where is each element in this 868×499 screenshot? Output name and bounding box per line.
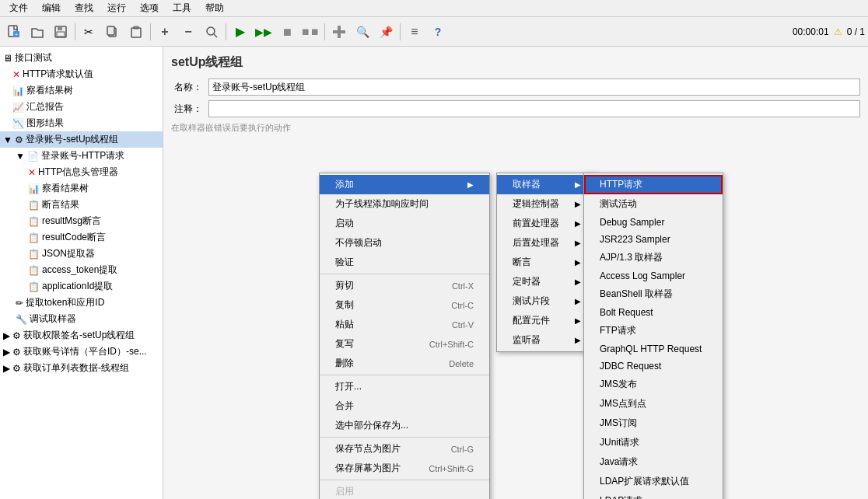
submenu-assert-item[interactable]: 断言 ▶ — [497, 253, 597, 272]
tree-item-json-extractor[interactable]: 📋 JSON提取器 — [0, 246, 163, 262]
menu-run[interactable]: 运行 — [101, 0, 132, 16]
tree-item-debug-sampler[interactable]: 🔧 调试取样器 — [0, 311, 163, 327]
label: LDAP请求 — [600, 494, 642, 499]
sampler-ajp[interactable]: AJP/1.3 取样器 — [584, 248, 723, 267]
submenu-config-item[interactable]: 配置元件 ▶ — [497, 311, 597, 330]
sampler-junit[interactable]: JUnit请求 — [584, 433, 723, 452]
tree-item-http-header[interactable]: ✕ HTTP信息头管理器 — [0, 164, 163, 180]
context-menu-duplicate[interactable]: 复写 Ctrl+Shift-C — [320, 334, 489, 354]
submenu-timer-item[interactable]: 定时器 ▶ — [497, 272, 597, 291]
new-button[interactable]: + — [3, 21, 25, 43]
menu-tools[interactable]: 工具 — [166, 0, 198, 16]
sampler-ftp[interactable]: FTP请求 — [584, 321, 723, 340]
tree-label: 获取账号详情（平台ID）-se... — [23, 345, 147, 358]
submenu-logic-item[interactable]: 逻辑控制器 ▶ — [497, 194, 597, 214]
name-input[interactable] — [208, 79, 860, 96]
tree-item-graph[interactable]: 📉 图形结果 — [0, 115, 163, 131]
tree-item-resultcode[interactable]: 📋 resultCode断言 — [0, 229, 163, 246]
tree-item-summary[interactable]: 📈 汇总报告 — [0, 99, 163, 115]
sampler-bolt[interactable]: Bolt Request — [584, 304, 723, 321]
sampler-access-log[interactable]: Access Log Sampler — [584, 267, 723, 284]
tree-item-view-tree1[interactable]: 📊 察看结果树 — [0, 82, 163, 99]
sampler-test-action[interactable]: 测试活动 — [584, 194, 723, 214]
sampler-jms-sub[interactable]: JMS订阅 — [584, 414, 723, 433]
context-menu-cut[interactable]: 剪切 Ctrl-X — [320, 276, 489, 295]
sampler-debug[interactable]: Debug Sampler — [584, 214, 723, 231]
submenu-fragment-item[interactable]: 测试片段 ▶ — [497, 291, 597, 311]
sampler-jdbc[interactable]: JDBC Request — [584, 358, 723, 375]
tree-item-login-http[interactable]: ▼ 📄 登录账号-HTTP请求 — [0, 148, 163, 164]
context-menu-delete[interactable]: 删除 Delete — [320, 354, 489, 373]
tree-item-perms-setup[interactable]: ▶ ⚙ 获取权限签名-setUp线程组 — [0, 327, 163, 344]
tree-item-appid[interactable]: 📋 applicationId提取 — [0, 278, 163, 295]
open-button[interactable] — [26, 21, 48, 43]
search-node-button[interactable] — [201, 21, 222, 43]
tree-item-access-token[interactable]: 📋 access_token提取 — [0, 262, 163, 278]
chart-icon: 📊 — [12, 85, 24, 96]
sampler-ldap-extended[interactable]: LDAP扩展请求默认值 — [584, 472, 723, 491]
tree-item-resultmsg[interactable]: 📋 resultMsg断言 — [0, 213, 163, 229]
context-menu-copy[interactable]: 复制 Ctrl-C — [320, 295, 489, 315]
menu-help[interactable]: 帮助 — [199, 0, 230, 16]
tree-item-http-default[interactable]: ✕ HTTP请求默认值 — [0, 66, 163, 82]
copy-button[interactable] — [102, 21, 124, 43]
sampler-jsr223[interactable]: JSR223 Sampler — [584, 231, 723, 248]
tree-item-account-detail[interactable]: ▶ ⚙ 获取账号详情（平台ID）-se... — [0, 344, 163, 360]
menu-edit[interactable]: 编辑 — [36, 0, 67, 16]
tree-item-login-setup[interactable]: ▼ ⚙ 登录账号-setUp线程组 — [0, 131, 163, 148]
submenu-listener-item[interactable]: 监听器 ▶ — [497, 330, 597, 350]
context-menu-save-node-img[interactable]: 保存节点为图片 Ctrl-G — [320, 439, 489, 459]
sampler-jms-p2p[interactable]: JMS点到点 — [584, 394, 723, 414]
list-button[interactable]: ≡ — [404, 21, 425, 43]
menu-options[interactable]: 选项 — [134, 0, 165, 16]
context-menu-start[interactable]: 启动 — [320, 214, 489, 233]
label: JSR223 Sampler — [600, 234, 670, 245]
submenu-post-item[interactable]: 后置处理器 ▶ — [497, 233, 597, 253]
sampler-graphql[interactable]: GraphQL HTTP Request — [584, 340, 723, 358]
save-button[interactable] — [50, 21, 72, 43]
help-btn[interactable]: ? — [427, 21, 449, 43]
paste-button[interactable] — [125, 21, 147, 43]
note-input[interactable] — [208, 100, 860, 117]
context-menu-save-screen-img[interactable]: 保存屏幕为图片 Ctrl+Shift-G — [320, 459, 489, 478]
tree-item-view-tree2[interactable]: 📊 察看结果树 — [0, 180, 163, 197]
menu-find[interactable]: 查找 — [68, 0, 100, 16]
tree-item-assert-result[interactable]: 📋 断言结果 — [0, 197, 163, 213]
stop-button[interactable]: ⏹ — [276, 21, 298, 43]
tree-item-extract-token[interactable]: ✏ 提取token和应用ID — [0, 295, 163, 311]
submenu-pre-item[interactable]: 前置处理器 ▶ — [497, 214, 597, 233]
arrow: ▶ — [575, 200, 581, 208]
sampler-jms-pub[interactable]: JMS发布 — [584, 375, 723, 394]
context-menu-add-response-time[interactable]: 为子线程添加响应时间 — [320, 194, 489, 214]
add-node-button[interactable]: + — [154, 21, 176, 43]
svg-rect-9 — [131, 28, 141, 37]
svg-text:📌: 📌 — [380, 26, 393, 39]
stop-all-button[interactable]: ⏹⏹ — [299, 21, 321, 43]
menu-file[interactable]: 文件 — [3, 0, 34, 16]
sampler-ldap[interactable]: LDAP请求 — [584, 491, 723, 499]
label: BeanShell 取样器 — [600, 288, 673, 301]
sampler-beanshell[interactable]: BeanShell 取样器 — [584, 284, 723, 304]
tool3-button[interactable]: 📌 — [375, 21, 397, 43]
sampler-http[interactable]: HTTP请求 — [584, 175, 723, 194]
context-menu-paste[interactable]: 粘贴 Ctrl-V — [320, 315, 489, 334]
cut-button[interactable]: ✂ — [79, 21, 100, 43]
context-menu-open[interactable]: 打开... — [320, 377, 489, 396]
context-menu-save-partial[interactable]: 选中部分保存为... — [320, 416, 489, 435]
context-menu-validate[interactable]: 验证 — [320, 253, 489, 272]
run-all-button[interactable]: ▶▶ — [253, 21, 275, 43]
label: 验证 — [335, 256, 354, 269]
run-button[interactable]: ▶ — [229, 21, 251, 43]
tree-item-order-list[interactable]: ▶ ⚙ 获取订单列表数据-线程组 — [0, 360, 163, 376]
submenu-sampler-item[interactable]: 取样器 ▶ — [497, 175, 597, 194]
svg-rect-4 — [58, 26, 62, 30]
arrow: ▶ — [575, 277, 581, 286]
tool2-button[interactable]: 🔍 — [352, 21, 373, 43]
sampler-java[interactable]: Java请求 — [584, 452, 723, 472]
tool1-button[interactable] — [328, 21, 350, 43]
context-menu-merge[interactable]: 合并 — [320, 396, 489, 416]
remove-node-button[interactable]: − — [177, 21, 199, 43]
tree-item-root[interactable]: 🖥 接口测试 — [0, 50, 163, 66]
context-menu-start-no-pause[interactable]: 不停顿启动 — [320, 233, 489, 253]
context-menu-add[interactable]: 添加 ▶ — [320, 175, 489, 194]
